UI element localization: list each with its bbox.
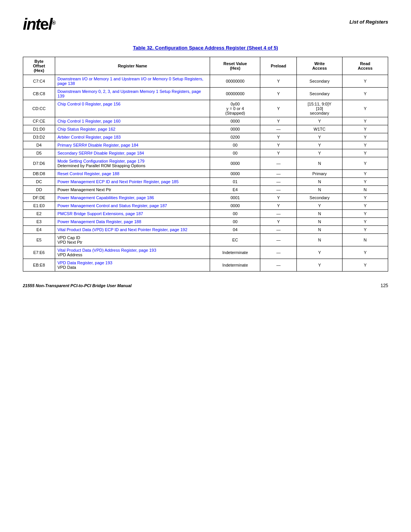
register-extra: VPD Data <box>57 265 76 270</box>
cell-preload: Y <box>260 149 297 157</box>
col-header-read: ReadAccess <box>342 57 388 75</box>
register-link[interactable]: Downstream I/O or Memory 1 and Upstream … <box>57 77 203 86</box>
cell-reset: 0000 <box>210 117 260 125</box>
cell-preload: Y <box>260 133 297 141</box>
cell-write: N <box>297 186 342 194</box>
register-link[interactable]: Mode Setting Configuration Register, pag… <box>57 159 145 163</box>
cell-preload: Y <box>260 141 297 149</box>
cell-preload: — <box>260 210 297 218</box>
cell-write: N <box>297 234 342 246</box>
register-link[interactable]: Power Management Control and Status Regi… <box>57 203 167 208</box>
cell-read: Y <box>342 100 388 117</box>
register-link[interactable]: Vital Product Data (VPD) ECP ID and Next… <box>57 227 187 232</box>
cell-name: Chip Control 0 Register, page 156 <box>55 100 210 117</box>
register-link[interactable]: Downstream Memory 0, 2, 3, and Upstream … <box>57 89 201 98</box>
cell-byte: DF:DE <box>23 194 55 202</box>
cell-read: Y <box>342 194 388 202</box>
cell-preload: — <box>260 226 297 234</box>
table-row: DCPower Management ECP ID and Next Point… <box>23 178 388 186</box>
cell-reset: 04 <box>210 226 260 234</box>
table-row: E2PMCSR Bridge Support Extensions, page … <box>23 210 388 218</box>
intel-logo: intel® <box>23 15 55 34</box>
cell-name: VPD Cap IDVPD Next Ptr <box>55 234 210 246</box>
table-row: D1:D0Chip Status Register, page 1620000—… <box>23 125 388 133</box>
cell-preload: — <box>260 234 297 246</box>
cell-reset: E4 <box>210 186 260 194</box>
cell-reset: Indeterminate <box>210 259 260 272</box>
register-link[interactable]: Vital Product Data (VPD) Address Registe… <box>57 248 156 252</box>
cell-write: Y <box>297 141 342 149</box>
register-link[interactable]: Chip Status Register, page 162 <box>57 127 115 131</box>
table-row: E7:E6Vital Product Data (VPD) Address Re… <box>23 246 388 259</box>
page-footer: 21555 Non-Transparent PCI-to-PCI Bridge … <box>23 283 388 288</box>
cell-preload: Y <box>260 218 297 226</box>
cell-name: Vital Product Data (VPD) Address Registe… <box>55 246 210 259</box>
cell-name: Chip Control 1 Register, page 160 <box>55 117 210 125</box>
cell-byte: DD <box>23 186 55 194</box>
register-link[interactable]: Chip Control 0 Register, page 156 <box>57 102 121 106</box>
cell-read: Y <box>342 149 388 157</box>
cell-reset: 0000 <box>210 157 260 170</box>
cell-read: Y <box>342 218 388 226</box>
register-link[interactable]: Arbiter Control Register, page 183 <box>57 135 121 139</box>
register-link[interactable]: Power Management ECP ID and Next Pointer… <box>57 179 178 184</box>
cell-write: Y <box>297 259 342 272</box>
register-link[interactable]: Reset Control Register, page 188 <box>57 171 119 176</box>
cell-read: Y <box>342 133 388 141</box>
cell-reset: 0y00 y = 0 or 4 (Strapped) <box>210 100 260 117</box>
register-extra: VPD Address <box>57 252 82 257</box>
register-link[interactable]: PMCSR Bridge Support Extensions, page 18… <box>57 211 143 216</box>
cell-write: Secondary <box>297 88 342 100</box>
cell-write: Y <box>297 133 342 141</box>
cell-byte: E3 <box>23 218 55 226</box>
cell-name: Vital Product Data (VPD) ECP ID and Next… <box>55 226 210 234</box>
cell-write: Secondary <box>297 75 342 88</box>
cell-byte: EB:E8 <box>23 259 55 272</box>
cell-reset: 01 <box>210 178 260 186</box>
col-header-name: Register Name <box>55 57 210 75</box>
cell-read: Y <box>342 202 388 210</box>
table-row: CD:CCChip Control 0 Register, page 1560y… <box>23 100 388 117</box>
cell-read: Y <box>342 178 388 186</box>
cell-reset: Indeterminate <box>210 246 260 259</box>
cell-preload: — <box>260 186 297 194</box>
cell-read: Y <box>342 246 388 259</box>
table-row: E5VPD Cap IDVPD Next PtrEC—NN <box>23 234 388 246</box>
col-header-preload: Preload <box>260 57 297 75</box>
table-row: D5Secondary SERR# Disable Register, page… <box>23 149 388 157</box>
cell-preload: Y <box>260 202 297 210</box>
cell-byte: CD:CC <box>23 100 55 117</box>
cell-byte: DB:D8 <box>23 170 55 178</box>
cell-byte: E1:E0 <box>23 202 55 210</box>
cell-read: N <box>342 186 388 194</box>
register-link[interactable]: Secondary SERR# Disable Register, page 1… <box>57 151 144 155</box>
cell-name: Downstream I/O or Memory 1 and Upstream … <box>55 75 210 88</box>
register-link[interactable]: VPD Data Register, page 193 <box>57 260 112 265</box>
table-row: E4Vital Product Data (VPD) ECP ID and Ne… <box>23 226 388 234</box>
table-row: E3Power Management Data Register, page 1… <box>23 218 388 226</box>
register-link[interactable]: Power Management Data Register, page 188 <box>57 219 141 224</box>
cell-write: N <box>297 210 342 218</box>
cell-preload: Y <box>260 117 297 125</box>
cell-name: Secondary SERR# Disable Register, page 1… <box>55 149 210 157</box>
register-link[interactable]: Primary SERR# Disable Register, page 184 <box>57 143 139 147</box>
cell-read: Y <box>342 75 388 88</box>
cell-reset: 00000000 <box>210 75 260 88</box>
cell-byte: E2 <box>23 210 55 218</box>
cell-reset: 00 <box>210 141 260 149</box>
cell-write: Y <box>297 117 342 125</box>
cell-reset: 0200 <box>210 133 260 141</box>
cell-read: Y <box>342 157 388 170</box>
table-row: E1:E0Power Management Control and Status… <box>23 202 388 210</box>
register-link[interactable]: Power Management Capabilities Register, … <box>57 195 154 200</box>
cell-preload: Y <box>260 100 297 117</box>
cell-preload: — <box>260 125 297 133</box>
register-link[interactable]: Chip Control 1 Register, page 160 <box>57 119 121 123</box>
cell-name: Mode Setting Configuration Register, pag… <box>55 157 210 170</box>
cell-write: Y <box>297 149 342 157</box>
cell-write: Y <box>297 246 342 259</box>
cell-write: W1TC <box>297 125 342 133</box>
register-extra: VPD Next Ptr <box>57 240 82 244</box>
table-row: CB:C8Downstream Memory 0, 2, 3, and Upst… <box>23 88 388 100</box>
cell-name: Power Management Capabilities Register, … <box>55 194 210 202</box>
